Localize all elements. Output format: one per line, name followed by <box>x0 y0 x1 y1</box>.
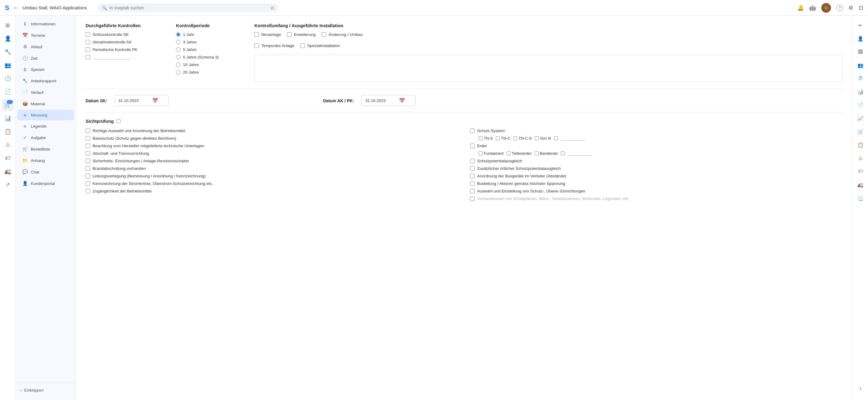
tn-c-checkbox[interactable] <box>496 136 500 140</box>
abschalt-checkbox[interactable] <box>86 151 90 156</box>
sidebar-item-informationen[interactable]: ℹ Informationen <box>18 19 74 29</box>
zusatzlicher-checkbox[interactable] <box>470 166 475 171</box>
collapse-button[interactable]: ‹ Einklappen <box>16 385 76 395</box>
datum-ak-pk-calendar-icon[interactable]: 📅 <box>399 98 405 104</box>
rail-share-icon[interactable]: ↗ <box>2 178 14 191</box>
sidebar-item-arbeitsrapport[interactable]: 🔧 Arbeitsrapport <box>18 76 74 86</box>
periodische-checkbox[interactable] <box>86 47 90 52</box>
radio-5jahre-input[interactable] <box>176 47 181 52</box>
tn-s-checkbox[interactable] <box>478 136 483 140</box>
rail-people-icon[interactable]: 👥 <box>2 59 14 71</box>
brandabschottung-checkbox[interactable] <box>86 166 90 171</box>
anordnung-bus-checkbox[interactable] <box>470 174 475 178</box>
sch-blank-checkbox[interactable] <box>554 136 558 140</box>
right-doc2-icon[interactable]: 📋 <box>855 139 867 151</box>
sch-iii-checkbox[interactable] <box>535 136 538 140</box>
auswahl-schutz-checkbox[interactable] <box>470 189 475 193</box>
blank-checkbox[interactable] <box>86 55 90 59</box>
sidebar-item-ablauf[interactable]: ⚙ Ablauf <box>18 41 74 52</box>
rail-document-icon[interactable]: 📄 <box>2 86 14 98</box>
busleitung-checkbox[interactable] <box>470 181 475 186</box>
sidebar-item-chat[interactable]: 💬 Chat <box>18 167 74 177</box>
right-analytics-icon[interactable]: 📈 <box>855 112 867 124</box>
radio-3jahre-input[interactable] <box>176 40 181 44</box>
window-icon[interactable]: ⊡ <box>859 4 863 11</box>
avatar[interactable]: U <box>821 3 831 13</box>
right-truck-icon[interactable]: 🚛 <box>855 178 867 191</box>
basisschutz-checkbox[interactable] <box>86 136 90 141</box>
right-doc3-icon[interactable]: 📃 <box>855 192 867 204</box>
rail-clock-icon[interactable]: 🕐 <box>2 73 14 84</box>
sidebar-item-verlauf[interactable]: 📄 Verlauf <box>18 87 74 98</box>
search-bar[interactable]: 🔍 ⊟ <box>98 4 278 12</box>
sidebar-item-zeit[interactable]: 🕐 Zeit <box>18 53 74 64</box>
datum-sk-input[interactable] <box>119 98 149 103</box>
erder-checkbox[interactable] <box>470 144 475 148</box>
erweiterung-checkbox[interactable] <box>287 32 291 37</box>
kontrollumfang-textarea[interactable] <box>254 55 843 82</box>
tiefenerder-checkbox[interactable] <box>507 151 510 155</box>
bot-icon[interactable]: 🤖 <box>809 4 816 11</box>
abnahmekontrolle-checkbox[interactable] <box>86 40 90 44</box>
rail-cart-icon[interactable]: 🛒 27 <box>2 99 14 111</box>
filter-icon[interactable]: ⊟ <box>271 5 274 10</box>
right-tag-icon[interactable]: 🏷 <box>855 165 867 177</box>
rail-table-icon[interactable]: 📊 <box>2 112 14 124</box>
neuanlage-checkbox[interactable] <box>254 32 259 37</box>
erder-blank-checkbox[interactable] <box>561 151 565 155</box>
sidebar-item-aufgabe[interactable]: ✓ Aufgabe <box>18 132 74 143</box>
schutz-system-checkbox[interactable] <box>470 128 475 133</box>
schutzpotential-checkbox[interactable] <box>470 159 475 163</box>
anderung-checkbox[interactable] <box>321 32 326 37</box>
schlusskontrolle-checkbox[interactable] <box>86 32 90 37</box>
datum-sk-calendar-icon[interactable]: 📅 <box>152 98 158 104</box>
sidebar-item-anhang[interactable]: 📁 Anhang <box>18 155 74 166</box>
rail-warning-icon[interactable]: ⚠ <box>2 139 14 151</box>
leitungsverlegung-checkbox[interactable] <box>86 174 90 178</box>
rail-person-icon[interactable]: 👤 <box>2 33 14 45</box>
fundament-checkbox[interactable] <box>478 151 483 155</box>
spezial-checkbox[interactable] <box>301 44 305 48</box>
rail-tag-icon[interactable]: 🏷 <box>2 152 14 164</box>
help-icon[interactable]: ? <box>836 4 843 11</box>
right-doc-icon[interactable]: 📄 <box>855 99 867 111</box>
sidebar-item-legende[interactable]: ≡ Legende <box>18 121 74 132</box>
vorhandensein-checkbox[interactable] <box>470 196 475 201</box>
radio-20jahre-input[interactable] <box>176 70 181 75</box>
radio-1jahr-input[interactable] <box>176 32 181 37</box>
tn-c-s-checkbox[interactable] <box>513 136 517 140</box>
sidebar-item-termine[interactable]: 📅 Termine <box>18 30 74 41</box>
datum-ak-pk-input[interactable] <box>365 98 396 103</box>
banderder-checkbox[interactable] <box>535 151 538 155</box>
sidebar-item-messung[interactable]: ≡ Messung <box>18 110 74 120</box>
rail-tools-icon[interactable]: 🔧 <box>2 46 14 58</box>
temporare-checkbox[interactable] <box>254 44 259 48</box>
rail-grid-icon[interactable]: ⊞ <box>2 19 14 31</box>
rail-truck-icon[interactable]: 🚛 <box>2 165 14 177</box>
radio-10jahre-input[interactable] <box>176 62 181 67</box>
richtige-auswahl-checkbox[interactable] <box>86 128 90 133</box>
sicherheits-checkbox[interactable] <box>86 159 90 163</box>
sichtprufung-checkbox[interactable] <box>117 119 121 123</box>
right-timer-icon[interactable]: ⏱ <box>855 73 867 84</box>
kennzeichnung-checkbox[interactable] <box>86 181 90 186</box>
right-cart-icon[interactable]: 🛒 <box>855 125 867 138</box>
sidebar-item-bestellliste[interactable]: 🛒 Bestellliste <box>18 144 74 154</box>
right-warn-icon[interactable]: ⚠ <box>855 152 867 164</box>
beachtung-checkbox[interactable] <box>86 144 90 148</box>
right-pencil-icon[interactable]: ✏ <box>855 19 867 31</box>
sidebar-item-material[interactable]: 📦 Material <box>18 98 74 109</box>
right-expand-icon[interactable]: › <box>855 382 867 394</box>
sidebar-item-kundenportal[interactable]: 👤 Kundenportal <box>18 178 74 189</box>
zuganglichkeit-checkbox[interactable] <box>86 189 90 193</box>
bell-icon[interactable]: 🔔 <box>797 4 804 11</box>
right-add-person-icon[interactable]: 👤 <box>855 33 867 45</box>
back-button[interactable]: ← <box>13 4 19 11</box>
right-chart-icon[interactable]: 📊 <box>855 86 867 98</box>
settings-icon[interactable]: ⚙ <box>848 4 853 11</box>
right-image-icon[interactable]: 🖼 <box>855 46 867 58</box>
search-input[interactable] <box>110 5 268 10</box>
sidebar-item-spesen[interactable]: $ Spesen <box>18 64 74 75</box>
radio-5jahre-schema3-input[interactable] <box>176 55 181 59</box>
rail-report-icon[interactable]: 📋 <box>2 125 14 138</box>
